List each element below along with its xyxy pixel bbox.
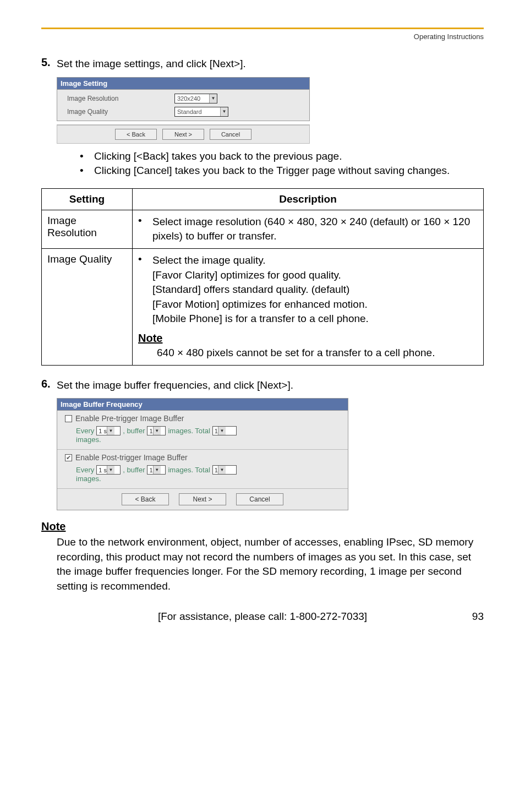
- table-cell-image-quality: Image Quality: [42, 248, 133, 365]
- pre-trigger-label: Enable Pre-trigger Image Buffer: [75, 414, 184, 423]
- chevron-down-icon: ▼: [218, 466, 226, 474]
- image-quality-value: Standard: [177, 108, 202, 115]
- bottom-note-heading: Note: [41, 520, 484, 533]
- iq-line-4: [Favor Motion] optimizes for enhanced mo…: [152, 297, 478, 312]
- text-images-end: images.: [76, 435, 101, 444]
- bullet-icon: •: [138, 215, 152, 244]
- post-total-select[interactable]: 1▼: [212, 465, 237, 475]
- back-button[interactable]: < Back: [122, 493, 169, 505]
- next-button[interactable]: Next >: [179, 493, 226, 505]
- bullet-icon: •: [80, 149, 94, 164]
- text-every: Every: [76, 466, 94, 474]
- bullet-icon: •: [80, 164, 94, 178]
- step-6-number: 6.: [41, 378, 57, 393]
- image-setting-title: Image Setting: [57, 77, 310, 89]
- iq-line-3: [Standard] offers standard quality. (def…: [152, 282, 478, 297]
- text-images-end: images.: [76, 475, 101, 483]
- cancel-button[interactable]: Cancel: [236, 493, 283, 505]
- chevron-down-icon: ▼: [153, 427, 161, 435]
- text-buffer: , buffer: [123, 427, 145, 435]
- step-5-text: Set the image settings, and click [Next>…: [57, 56, 246, 72]
- pre-interval-value: 1 s: [99, 428, 107, 434]
- chevron-down-icon: ▼: [107, 427, 114, 435]
- chevron-down-icon: ▼: [220, 107, 228, 116]
- bottom-note-body: Due to the network environment, object, …: [57, 535, 484, 593]
- buffer-freq-title: Image Buffer Frequency: [57, 398, 348, 410]
- bullet-icon: •: [138, 253, 152, 326]
- pre-total-select[interactable]: 1▼: [212, 426, 237, 435]
- chevron-down-icon: ▼: [218, 427, 226, 435]
- image-setting-screenshot: Image Setting Image Resolution 320x240 ▼…: [57, 77, 310, 144]
- back-button[interactable]: < Back: [115, 129, 157, 140]
- table-header-description: Description: [133, 188, 484, 210]
- note-body: 640 × 480 pixels cannot be set for a tra…: [157, 346, 478, 361]
- image-buffer-frequency-screenshot: Image Buffer Frequency Enable Pre-trigge…: [57, 398, 348, 510]
- text-every: Every: [76, 427, 94, 435]
- image-resolution-select[interactable]: 320x240 ▼: [174, 94, 217, 103]
- iq-line-2: [Favor Clarity] optimizes for good quali…: [152, 268, 478, 283]
- table-header-setting: Setting: [42, 188, 133, 210]
- image-resolution-label: Image Resolution: [67, 95, 174, 102]
- text-images-total: images. Total: [168, 466, 210, 474]
- chevron-down-icon: ▼: [153, 466, 161, 474]
- iq-line-1: Select the image quality.: [152, 253, 478, 268]
- note-heading: Note: [138, 332, 478, 345]
- chevron-down-icon: ▼: [107, 466, 114, 474]
- text-images-total: images. Total: [168, 427, 210, 435]
- image-resolution-value: 320x240: [177, 95, 200, 102]
- table-cell-image-resolution: Image Resolution: [42, 210, 133, 248]
- post-interval-select[interactable]: 1 s▼: [96, 465, 121, 475]
- post-trigger-checkbox[interactable]: ✔: [65, 454, 72, 461]
- step-5-number: 5.: [41, 56, 57, 72]
- step-5: 5. Set the image settings, and click [Ne…: [41, 56, 484, 72]
- footer-assist: [For assistance, please call: 1-800-272-…: [41, 611, 484, 623]
- post-interval-value: 1 s: [99, 467, 107, 473]
- step5-note-1: Clicking [<Back] takes you back to the p…: [94, 149, 342, 164]
- post-count-select[interactable]: 1▼: [147, 465, 166, 475]
- doc-title: Operating Instructions: [41, 32, 484, 41]
- next-button[interactable]: Next >: [162, 129, 204, 140]
- step5-note-2: Clicking [Cancel] takes you back to the …: [94, 164, 450, 178]
- iq-line-5: [Mobile Phone] is for a transfer to a ce…: [152, 312, 478, 326]
- image-quality-select[interactable]: Standard ▼: [174, 107, 228, 117]
- image-resolution-description: Select image resolution (640 × 480, 320 …: [152, 215, 478, 244]
- step-6: 6. Set the image buffer frequencies, and…: [41, 378, 484, 393]
- post-trigger-label: Enable Post-trigger Image Buffer: [75, 453, 188, 462]
- pre-interval-select[interactable]: 1 s▼: [96, 426, 121, 435]
- pre-count-select[interactable]: 1▼: [147, 426, 166, 435]
- pre-trigger-checkbox[interactable]: [65, 415, 72, 422]
- image-quality-label: Image Quality: [67, 108, 174, 116]
- page-number: 93: [472, 611, 484, 623]
- step-6-text: Set the image buffer frequencies, and cl…: [57, 378, 293, 393]
- cancel-button[interactable]: Cancel: [210, 129, 251, 140]
- chevron-down-icon: ▼: [209, 94, 217, 103]
- text-buffer: , buffer: [123, 466, 145, 474]
- settings-table: Setting Description Image Resolution • S…: [41, 188, 484, 366]
